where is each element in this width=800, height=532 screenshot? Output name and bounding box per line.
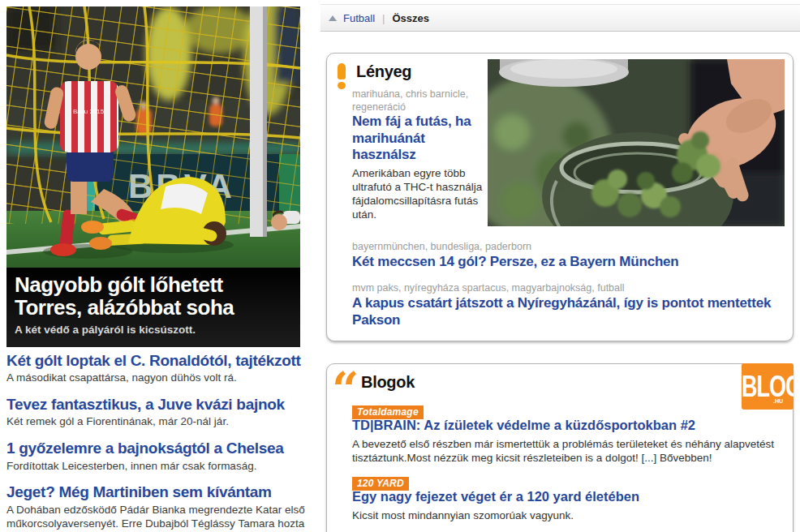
list-item: 1 győzelemre a bajnokságtól a Chelsea Fo…	[6, 440, 307, 473]
article-link[interactable]: Nem fáj a futás, ha marihuánát használsz	[352, 114, 484, 164]
lenyeg-panel: Lényeg marihuána, chris barnicle, regene…	[326, 53, 794, 341]
headline-link[interactable]: Tevez fantasztikus, a Juve kvázi bajnok	[6, 396, 307, 413]
headline-link[interactable]: Két gólt loptak el C. Ronaldótól, tajték…	[6, 352, 307, 369]
marijuana-jar-photo-illustration	[488, 59, 785, 226]
article-tags[interactable]: marihuána, chris barnicle, regeneráció	[352, 88, 486, 114]
article-lead: Amerikában egyre több ultrafutó a THC-t …	[352, 166, 492, 222]
article-link[interactable]: Két meccsen 14 gól? Persze, ez a Bayern …	[352, 254, 790, 271]
tab-futball[interactable]: Futball	[343, 12, 375, 24]
tab-separator: |	[382, 12, 385, 24]
lead-story-caption[interactable]: Nagyobb gólt lőhetettTorres, alázóbbat s…	[6, 268, 300, 347]
headline-list: Két gólt loptak el C. Ronaldótól, tajték…	[6, 352, 307, 532]
lead-story-title: Nagyobb gólt lőhetettTorres, alázóbbat s…	[15, 273, 292, 319]
quote-icon: “	[332, 371, 359, 394]
left-column: BBVA	[0, 0, 313, 532]
collapse-up-icon[interactable]	[329, 15, 337, 21]
headline-lead: Fordítottak Leicesterben, innen már csak…	[6, 460, 307, 474]
section-tabbar: Futball | Összes	[320, 4, 800, 32]
blog-post-lead: A bevezető első részben már ismertettük …	[352, 437, 800, 465]
panel-title: Lényeg	[356, 62, 411, 81]
blogok-panel: “ Blogok BLOG .HU Totaldamage TD|BRAIN: …	[326, 363, 794, 532]
lead-story-photo[interactable]: BBVA	[6, 6, 300, 268]
blog-post-link[interactable]: Egy nagy fejezet véget ér a 120 yard éle…	[352, 489, 794, 504]
article-link[interactable]: A kapus csatárt játszott a Nyíregyházáná…	[352, 295, 800, 328]
headline-link[interactable]: Jeget? Még Martiniben sem kívántam	[6, 483, 307, 500]
blog-post-lead: Kicsit most mindannyian szomorúak vagyun…	[352, 508, 800, 522]
headline-link[interactable]: 1 győzelemre a bajnokságtól a Chelsea	[6, 440, 307, 457]
list-item: Jeget? Még Martiniben sem kívántam A Doh…	[6, 483, 307, 530]
blog-hu-logo[interactable]: BLOG .HU	[742, 363, 794, 410]
panel-title: Blogok	[361, 373, 415, 392]
article-tags[interactable]: bayernmünchen, bundesliga, paderborn	[352, 240, 790, 253]
right-column: Futball | Összes Lényeg marihuána, chris…	[320, 0, 800, 532]
list-item: Két gólt loptak el C. Ronaldótól, tajték…	[6, 352, 307, 385]
lead-story-subtitle: A két védő a pályáról is kicsúszott.	[15, 324, 292, 336]
blog-post-link[interactable]: TD|BRAIN: Az ízületek védelme a küzdőspo…	[352, 418, 794, 433]
headline-lead: A Dohában edzősködő Pádár Bianka megrend…	[6, 504, 307, 531]
football-match-photo-illustration: BBVA	[6, 6, 300, 268]
exclamation-icon	[338, 63, 346, 89]
shirt-sponsor-text: Baku 2015	[73, 108, 105, 115]
tab-osszes[interactable]: Összes	[392, 12, 429, 24]
article-tags[interactable]: mvm paks, nyíregyháza spartacus, magyarb…	[352, 281, 790, 294]
headline-lead: Két remek gól a Fiorentinának, már 20-ná…	[6, 415, 307, 429]
list-item: Tevez fantasztikus, a Juve kvázi bajnok …	[6, 396, 307, 429]
article-photo[interactable]	[488, 59, 785, 226]
headline-lead: A másodikat csapattársa, nagyon dühös vo…	[6, 371, 307, 385]
